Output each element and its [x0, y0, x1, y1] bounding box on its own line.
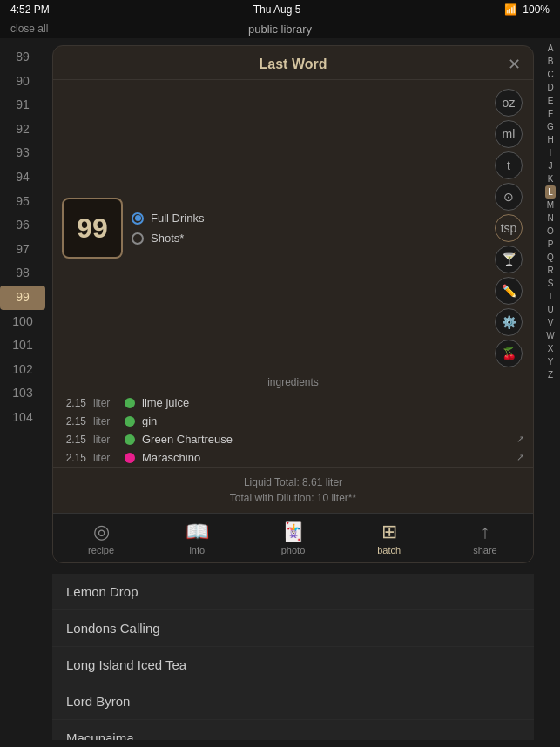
number-item-98[interactable]: 98 — [0, 261, 45, 286]
alpha-I[interactable]: I — [550, 146, 552, 159]
alpha-T[interactable]: T — [548, 290, 553, 303]
number-item-97[interactable]: 97 — [0, 238, 45, 262]
ingredient-unit-0: liter — [93, 397, 118, 409]
alpha-J[interactable]: J — [549, 159, 553, 172]
list-item-0[interactable]: Lemon Drop — [52, 574, 534, 610]
ml-button[interactable]: ml — [495, 120, 523, 148]
number-item-92[interactable]: 92 — [0, 118, 45, 142]
tab-recipe[interactable]: ◎ recipe — [53, 514, 149, 562]
tab-photo[interactable]: 🃏 photo — [245, 514, 341, 562]
shots-option[interactable]: Shots* — [132, 232, 484, 245]
number-item-89[interactable]: 89 — [0, 45, 45, 70]
status-right: 📶 100% — [504, 3, 550, 16]
number-item-91[interactable]: 91 — [0, 93, 45, 118]
number-item-103[interactable]: 103 — [0, 381, 45, 406]
full-drinks-option[interactable]: Full Drinks — [132, 212, 484, 225]
alpha-M[interactable]: M — [547, 199, 554, 212]
alpha-Q[interactable]: Q — [547, 251, 554, 264]
ingredients-section: ingredients 2.15 liter lime juice 2.15 l… — [53, 376, 533, 467]
number-item-93[interactable]: 93 — [0, 141, 45, 165]
alpha-K[interactable]: K — [548, 172, 554, 185]
alpha-O[interactable]: O — [547, 225, 554, 238]
tab-batch[interactable]: ⊞ batch — [341, 514, 437, 562]
ingredient-unit-3: liter — [93, 452, 118, 464]
alpha-S[interactable]: S — [548, 277, 554, 290]
alpha-V[interactable]: V — [548, 316, 554, 329]
number-item-94[interactable]: 94 — [0, 165, 45, 190]
oz-button[interactable]: oz — [495, 89, 523, 117]
alpha-R[interactable]: R — [547, 264, 553, 277]
list-section: Lemon DropLondons CallingLong Island Ice… — [52, 574, 534, 740]
alpha-C[interactable]: C — [547, 68, 553, 81]
ingredient-link-2[interactable]: ↗ — [516, 434, 524, 445]
tab-label-batch: batch — [377, 545, 401, 555]
ingredients-label: ingredients — [62, 376, 524, 388]
tsp-button[interactable]: tsp — [495, 214, 523, 242]
alphabet-sidebar: ABCDEFGHIJKLMNOPQRSTUVWXYZ — [541, 38, 560, 747]
ingredient-link-3[interactable]: ↗ — [516, 452, 524, 463]
cup-button[interactable]: ⊙ — [495, 183, 523, 211]
number-item-99[interactable]: 99 — [0, 286, 45, 310]
cocktail-icon[interactable]: 🍸 — [495, 246, 523, 273]
number-item-101[interactable]: 101 — [0, 333, 45, 358]
alpha-X[interactable]: X — [548, 342, 554, 355]
liquid-total: Liquid Total: 8.61 liter — [62, 474, 524, 490]
tab-label-info: info — [189, 545, 205, 555]
alpha-F[interactable]: F — [548, 107, 553, 120]
shots-radio[interactable] — [132, 232, 144, 245]
ingredient-amount-2: 2.15 — [62, 434, 86, 446]
alpha-P[interactable]: P — [548, 238, 554, 251]
center-panel: Last Word ✕ 99 Full Drinks — [45, 38, 541, 747]
shots-label: Shots* — [151, 232, 184, 245]
ingredient-row-2: 2.15 liter Green Chartreuse ↗ — [62, 430, 524, 448]
straw-icon[interactable]: 🍒 — [495, 340, 523, 367]
alpha-Z[interactable]: Z — [548, 368, 553, 381]
modal-body: 99 Full Drinks Shots* — [53, 80, 533, 376]
list-item-2[interactable]: Long Island Iced Tea — [52, 647, 534, 683]
score-box: 99 — [62, 198, 123, 259]
status-date: Thu Aug 5 — [253, 3, 301, 16]
number-item-90[interactable]: 90 — [0, 70, 45, 94]
ingredient-amount-1: 2.15 — [62, 415, 86, 427]
number-item-102[interactable]: 102 — [0, 358, 45, 382]
tab-info[interactable]: 📖 info — [149, 514, 245, 562]
alpha-H[interactable]: H — [547, 133, 553, 146]
list-item-1[interactable]: Londons Calling — [52, 610, 534, 647]
header: close all public library — [0, 19, 560, 38]
close-all-button[interactable]: close all — [10, 23, 48, 35]
alpha-B[interactable]: B — [548, 55, 554, 68]
alpha-N[interactable]: N — [547, 212, 553, 225]
alpha-Y[interactable]: Y — [548, 355, 554, 368]
ingredient-dot-3 — [125, 453, 135, 463]
tool-icon[interactable]: ⚙️ — [495, 308, 523, 336]
alpha-D[interactable]: D — [547, 81, 553, 94]
number-item-95[interactable]: 95 — [0, 190, 45, 214]
number-sidebar: 8990919293949596979899100101102103104 — [0, 38, 45, 747]
total-dilution: Total with Dilution: 10 liter** — [62, 490, 524, 506]
ingredient-unit-2: liter — [93, 434, 118, 446]
list-item-3[interactable]: Lord Byron — [52, 683, 534, 720]
number-item-96[interactable]: 96 — [0, 213, 45, 238]
ingredient-row-0: 2.15 liter lime juice — [62, 394, 524, 412]
score-value: 99 — [77, 212, 108, 245]
alpha-E[interactable]: E — [548, 94, 554, 107]
alpha-W[interactable]: W — [546, 329, 554, 342]
alpha-L[interactable]: L — [545, 185, 556, 199]
tab-icon-share: ↑ — [480, 521, 489, 543]
tab-label-share: share — [473, 545, 497, 555]
right-icons: oz ml t ⊙ tsp 🍸 ✏️ ⚙️ 🍒 — [493, 89, 524, 367]
bottom-tabs: ◎ recipe 📖 info 🃏 photo ⊞ batch ↑ share — [53, 513, 533, 562]
alpha-G[interactable]: G — [547, 120, 554, 133]
ingredient-row-1: 2.15 liter gin — [62, 412, 524, 430]
number-item-104[interactable]: 104 — [0, 406, 45, 430]
full-drinks-radio[interactable] — [132, 212, 144, 225]
t-button[interactable]: t — [495, 151, 523, 179]
eyedropper-icon[interactable]: ✏️ — [495, 277, 523, 305]
alpha-U[interactable]: U — [547, 303, 553, 316]
number-item-100[interactable]: 100 — [0, 310, 45, 334]
tab-share[interactable]: ↑ share — [437, 514, 533, 562]
full-drinks-label: Full Drinks — [151, 212, 204, 225]
modal-close-button[interactable]: ✕ — [503, 55, 521, 74]
alpha-A[interactable]: A — [548, 42, 554, 55]
list-item-4[interactable]: Macunaima — [52, 720, 534, 740]
